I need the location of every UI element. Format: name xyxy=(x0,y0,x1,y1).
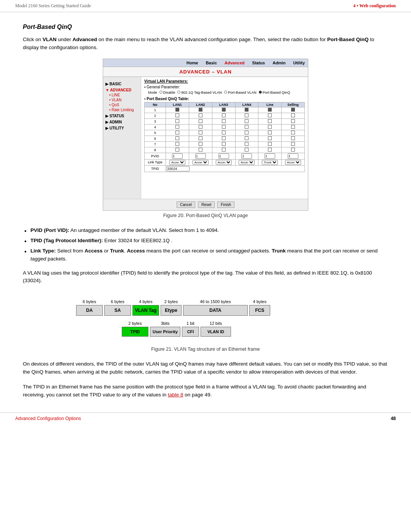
table-row: 6 xyxy=(145,136,305,141)
footer-right: 48 xyxy=(391,416,396,421)
pvid-input-6[interactable] xyxy=(288,153,298,159)
pvid-input-2[interactable] xyxy=(195,153,206,159)
checkbox[interactable] xyxy=(199,131,202,134)
sidebar-status[interactable]: ▶ STATUS xyxy=(105,114,139,118)
checkbox[interactable] xyxy=(268,131,272,134)
sidebar-advanced[interactable]: ▼ ADVANCED xyxy=(105,88,139,92)
sub-priority-wrapper: 3bits User Priority xyxy=(150,321,180,337)
sidebar-utility[interactable]: ▶ UTILITY xyxy=(105,126,139,130)
table8-link[interactable]: table 8 xyxy=(168,392,183,398)
sidebar-rate[interactable]: • Rate Limiting xyxy=(105,108,139,112)
checkbox[interactable] xyxy=(222,142,226,146)
sidebar-qos[interactable]: • QoS xyxy=(105,103,139,107)
nav-advanced[interactable]: Advanced xyxy=(225,61,245,65)
nav-utility[interactable]: Utility xyxy=(293,61,305,65)
checkbox[interactable] xyxy=(245,136,249,140)
linktype-select-2[interactable]: AccessTrunk xyxy=(193,160,209,165)
linktype-select-4[interactable]: AccessTrunk xyxy=(239,160,255,165)
mode-label: Mode xyxy=(148,90,157,94)
checkbox[interactable] xyxy=(268,148,272,152)
checkbox[interactable] xyxy=(291,142,295,146)
cell-fcs: FCS xyxy=(249,305,270,316)
tpid-input[interactable] xyxy=(167,166,190,171)
nav-status[interactable]: Status xyxy=(252,61,265,65)
checkbox[interactable] xyxy=(245,125,249,129)
checkbox[interactable] xyxy=(245,131,249,134)
reset-button[interactable]: Reset xyxy=(198,201,215,208)
checkbox[interactable] xyxy=(175,108,179,112)
bullet-list: PVID (Port VID): An untagged member of t… xyxy=(23,227,388,263)
sub-tpid-wrapper: 2 bytes TPID xyxy=(122,321,148,337)
radio-qinq[interactable]: Port-Based QinQ xyxy=(259,90,290,94)
checkbox[interactable] xyxy=(222,125,226,129)
checkbox[interactable] xyxy=(199,136,202,140)
linktype-select-1[interactable]: AccessTrunk xyxy=(169,160,185,165)
checkbox[interactable] xyxy=(222,148,226,152)
checkbox[interactable] xyxy=(175,142,179,146)
sidebar-admin[interactable]: ▶ ADMIN xyxy=(105,120,139,124)
vlan-table: No LAN1 LAN2 LAN3 LAN4 Line Selling xyxy=(144,102,305,172)
checkbox[interactable] xyxy=(268,136,272,140)
checkbox[interactable] xyxy=(199,148,202,152)
pvid-input-5[interactable] xyxy=(264,153,275,159)
checkbox[interactable] xyxy=(268,108,272,112)
linktype-select-6[interactable]: AccessTrunk xyxy=(285,160,301,165)
linktype-select-3[interactable]: AccessTrunk xyxy=(216,160,232,165)
linktype-select-5[interactable]: TrunkAccess xyxy=(262,160,278,165)
checkbox[interactable] xyxy=(199,108,202,112)
checkbox[interactable] xyxy=(222,136,226,140)
checkbox[interactable] xyxy=(245,108,249,112)
nav-basic[interactable]: Basic xyxy=(206,61,217,65)
checkbox[interactable] xyxy=(222,119,226,123)
sidebar-basic[interactable]: ▶ BASIC xyxy=(105,82,139,86)
checkbox[interactable] xyxy=(245,148,249,152)
header-left: Model 2160 Series Getting Started Guide xyxy=(15,3,91,9)
checkbox[interactable] xyxy=(175,131,179,134)
pvid-input-1[interactable] xyxy=(172,153,183,159)
table-row: 5 xyxy=(145,130,305,136)
checkbox[interactable] xyxy=(268,142,272,146)
checkbox[interactable] xyxy=(175,119,179,123)
cell-data-wrapper: 46 to 1500 bytes DATA xyxy=(183,299,248,316)
checkbox[interactable] xyxy=(291,131,295,134)
checkbox[interactable] xyxy=(291,108,295,112)
checkbox[interactable] xyxy=(268,125,272,129)
checkbox[interactable] xyxy=(222,108,226,112)
cancel-button[interactable]: Cancel xyxy=(177,201,195,208)
checkbox[interactable] xyxy=(222,113,226,117)
checkbox[interactable] xyxy=(222,131,226,134)
radio-8021q[interactable]: 802.1Q Tag-Based VLAN xyxy=(177,90,222,94)
finish-button[interactable]: Finish xyxy=(217,201,234,208)
checkbox[interactable] xyxy=(175,125,179,129)
checkbox[interactable] xyxy=(175,148,179,152)
checkbox[interactable] xyxy=(245,119,249,123)
pvid-input-3[interactable] xyxy=(218,153,229,159)
checkbox[interactable] xyxy=(268,119,272,123)
para3: On devices of different vendors, the TPI… xyxy=(23,360,388,376)
checkbox[interactable] xyxy=(199,125,202,129)
checkbox[interactable] xyxy=(291,148,295,152)
radio-disable[interactable]: Disable xyxy=(159,90,175,94)
nav-admin[interactable]: Admin xyxy=(272,61,285,65)
checkbox[interactable] xyxy=(268,113,272,117)
sidebar-line[interactable]: • LINE xyxy=(105,93,139,97)
sub-cell-tpid: TPID xyxy=(122,327,148,337)
frame-diagram: 6 bytes DA 6 bytes SA 4 bytes VLAN Tag xyxy=(76,299,335,337)
checkbox[interactable] xyxy=(291,125,295,129)
checkbox[interactable] xyxy=(199,113,202,117)
checkbox[interactable] xyxy=(199,142,202,146)
pvid-input-4[interactable] xyxy=(241,153,252,159)
checkbox[interactable] xyxy=(175,113,179,117)
checkbox[interactable] xyxy=(245,113,249,117)
checkbox[interactable] xyxy=(291,113,295,117)
sidebar-vlan[interactable]: • VLAN xyxy=(105,98,139,102)
checkbox[interactable] xyxy=(245,142,249,146)
radio-portbased[interactable]: Port-Based VLAN xyxy=(224,90,256,94)
checkbox[interactable] xyxy=(291,119,295,123)
checkbox[interactable] xyxy=(199,119,202,123)
checkbox[interactable] xyxy=(175,136,179,140)
cell-da: DA xyxy=(76,305,103,316)
checkbox[interactable] xyxy=(291,136,295,140)
nav-home[interactable]: Home xyxy=(186,61,198,65)
cell-da-wrapper: 6 bytes DA xyxy=(76,299,103,316)
